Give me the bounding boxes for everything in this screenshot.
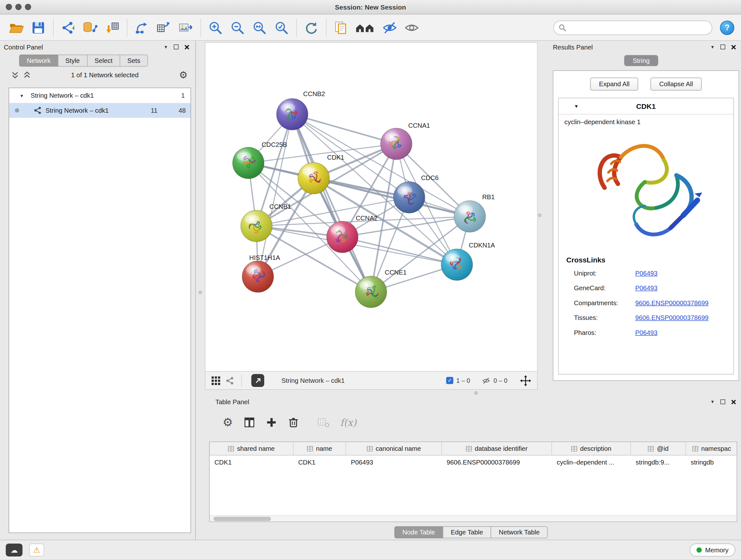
import-network-from-file-button[interactable] <box>58 18 77 37</box>
network-node[interactable] <box>232 147 264 179</box>
collapse-panel-icon[interactable]: ▼ <box>711 45 715 49</box>
network-node[interactable] <box>242 261 274 293</box>
network-node[interactable] <box>298 163 330 194</box>
close-panel-icon[interactable] <box>185 44 190 50</box>
network-collection-row[interactable]: ▼ String Network – cdk1 1 <box>9 88 191 103</box>
column-header[interactable]: shared name <box>210 442 293 455</box>
collapse-all-tree-icon[interactable] <box>23 71 31 78</box>
tab-node-table[interactable]: Node Table <box>394 526 443 539</box>
save-session-button[interactable] <box>29 18 48 37</box>
select-columns-icon[interactable] <box>244 417 255 428</box>
help-button[interactable]: ? <box>720 20 734 35</box>
node-label: CCNE1 <box>385 269 407 276</box>
table-settings-gear-icon[interactable]: ⚙ <box>223 417 233 428</box>
apply-layout-button[interactable] <box>301 18 321 37</box>
close-panel-icon[interactable] <box>731 44 737 50</box>
vertical-splitter-handle[interactable] <box>538 213 542 217</box>
float-panel-icon[interactable] <box>721 399 725 404</box>
network-node[interactable] <box>394 182 425 213</box>
add-column-icon[interactable] <box>266 417 277 428</box>
tab-select[interactable]: Select <box>87 55 120 67</box>
network-node[interactable] <box>241 210 272 242</box>
disclosure-triangle-icon[interactable]: ▼ <box>9 93 24 98</box>
scrollbar-thumb[interactable] <box>213 517 271 521</box>
network-options-gear-icon[interactable]: ⚙ <box>179 70 188 79</box>
network-node[interactable] <box>381 128 412 160</box>
network-edge[interactable] <box>292 114 371 292</box>
window-close-button[interactable] <box>6 4 12 10</box>
zoom-fit-button[interactable] <box>250 18 269 37</box>
fit-content-crosshair-icon[interactable] <box>520 375 531 386</box>
window-zoom-button[interactable] <box>25 4 31 10</box>
memory-button[interactable]: Memory <box>690 544 735 557</box>
gene-section: ▼ CDK1 cyclin–dependent kinase 1 <box>558 98 734 374</box>
cloud-button[interactable]: ☁ <box>6 544 23 557</box>
crosslink-link[interactable]: 9606.ENSP00000378699 <box>635 314 734 321</box>
float-panel-icon[interactable] <box>721 45 725 50</box>
horizontal-scrollbar[interactable] <box>210 515 737 522</box>
open-session-button[interactable] <box>7 18 26 37</box>
collapse-panel-icon[interactable]: ▼ <box>164 45 168 49</box>
gene-section-header[interactable]: ▼ CDK1 <box>559 98 734 115</box>
table-row[interactable]: CDK1CDK1P064939606.ENSP00000378699cyclin… <box>210 455 737 469</box>
disclosure-triangle-icon[interactable]: ▼ <box>574 104 579 109</box>
bundled-apps-button[interactable] <box>353 18 377 37</box>
new-network-button[interactable] <box>132 18 151 37</box>
zoom-in-button[interactable] <box>206 18 225 37</box>
expand-all-tree-icon[interactable] <box>11 71 19 78</box>
network-edge[interactable] <box>258 114 292 277</box>
tab-edge-table[interactable]: Edge Table <box>443 526 491 539</box>
collapse-panel-icon[interactable]: ▼ <box>711 400 715 404</box>
network-row-selected[interactable]: String Network – cdk1 11 48 <box>9 103 191 118</box>
network-node[interactable] <box>441 249 473 281</box>
hide-show-graphics-button[interactable] <box>380 18 399 37</box>
export-image-button[interactable] <box>176 18 195 37</box>
network-node[interactable] <box>327 221 358 253</box>
close-panel-icon[interactable] <box>731 399 737 405</box>
column-header[interactable]: database identifier <box>442 442 552 455</box>
expand-all-button[interactable]: Expand All <box>590 78 638 91</box>
column-header[interactable]: name <box>293 442 346 455</box>
import-network-from-database-button[interactable] <box>80 18 99 37</box>
zoom-selected-button[interactable] <box>272 18 291 37</box>
float-panel-icon[interactable] <box>174 45 179 50</box>
search-input[interactable] <box>569 24 707 31</box>
crosslink-link[interactable]: 9606.ENSP00000378699 <box>635 300 734 307</box>
network-from-table-button[interactable] <box>154 18 173 37</box>
zoom-out-button[interactable] <box>228 18 247 37</box>
crosslink-link[interactable]: P06493 <box>635 285 734 292</box>
crosslink-link[interactable]: P06493 <box>635 329 734 336</box>
column-header[interactable]: @id <box>631 442 686 455</box>
view-share-icon[interactable] <box>226 376 234 385</box>
tab-network-table[interactable]: Network Table <box>491 526 548 539</box>
memory-label: Memory <box>705 547 729 554</box>
vertical-splitter-handle[interactable] <box>199 291 202 294</box>
search-box[interactable] <box>553 20 712 35</box>
zoom-in-icon <box>208 20 223 35</box>
tab-style[interactable]: Style <box>58 55 87 67</box>
selected-nodes-counter[interactable]: ✓ 1 – 0 <box>446 377 470 384</box>
detach-view-button[interactable] <box>252 374 265 387</box>
window-minimize-button[interactable] <box>15 4 22 10</box>
column-header[interactable]: canonical name <box>346 442 442 455</box>
delete-column-trash-icon[interactable] <box>287 417 299 428</box>
tab-sets[interactable]: Sets <box>120 55 148 67</box>
tab-network[interactable]: Network <box>19 55 58 67</box>
grid-mode-icon[interactable] <box>211 376 221 385</box>
collapse-all-button[interactable]: Collapse All <box>651 78 702 91</box>
hidden-nodes-counter[interactable]: 0 – 0 <box>482 377 508 384</box>
column-header[interactable]: namespac <box>686 442 738 455</box>
network-node[interactable] <box>276 98 308 130</box>
crosslink-link[interactable]: P06493 <box>635 270 734 277</box>
network-node[interactable] <box>454 201 486 233</box>
table-cell: CDK1 <box>210 455 293 469</box>
copy-document-button[interactable] <box>331 18 350 37</box>
horizontal-splitter-handle[interactable] <box>475 391 478 395</box>
network-node[interactable] <box>355 276 387 308</box>
network-canvas[interactable]: CCNB2CCNA1CDC25BCDK1CDC6RB1CCNB1CCNA2CDK… <box>205 42 538 372</box>
tab-string[interactable]: String <box>624 55 658 66</box>
show-graphics-button[interactable] <box>402 18 421 37</box>
column-header[interactable]: description <box>552 442 631 455</box>
warnings-button[interactable]: ⚠ <box>29 544 44 557</box>
import-table-button[interactable] <box>103 18 122 37</box>
